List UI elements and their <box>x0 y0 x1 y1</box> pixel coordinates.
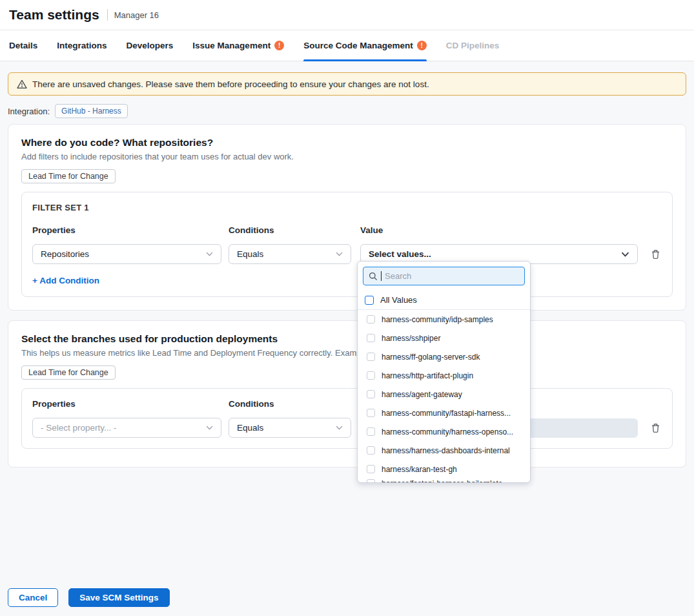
checkbox-icon[interactable] <box>367 390 375 398</box>
footer-actions: Cancel Save SCM Settings <box>8 588 170 607</box>
title-divider <box>107 9 108 21</box>
chevron-down-icon <box>336 426 343 430</box>
filter-set-label: FILTER SET 1 <box>32 203 662 212</box>
chevron-down-icon <box>206 426 213 430</box>
cancel-button[interactable]: Cancel <box>8 588 58 607</box>
filter-row: - Select property... - Equals <box>32 418 662 438</box>
warning-badge-icon: ! <box>417 41 427 50</box>
repo-option[interactable]: harness-community/harness-openso... <box>358 422 530 441</box>
search-icon <box>369 272 378 281</box>
branches-card-title: Select the branches used for production … <box>21 333 673 345</box>
search-placeholder: Search <box>385 271 411 281</box>
dropdown-search-wrap: Search <box>358 262 530 291</box>
warning-triangle-icon <box>17 79 27 89</box>
integration-chip[interactable]: GitHub - Harness <box>55 104 128 118</box>
checkbox-icon[interactable] <box>367 427 375 436</box>
condition-select[interactable]: Equals <box>229 418 351 438</box>
property-select[interactable]: - Select property... - <box>32 418 221 438</box>
checkbox-icon[interactable] <box>367 446 375 455</box>
properties-label: Properties <box>32 399 221 409</box>
checkbox-icon[interactable] <box>365 296 374 305</box>
repositories-card: Where do you code? What repositories? Ad… <box>8 124 686 311</box>
filter-set-1-box: FILTER SET 1 Properties Conditions Value… <box>21 192 673 297</box>
repo-option[interactable]: harness-community/fastapi-harness... <box>358 404 530 422</box>
all-values-option[interactable]: All Values <box>358 291 530 310</box>
repositories-card-subtitle: Add filters to include repositories that… <box>21 151 673 162</box>
trash-icon <box>651 423 660 433</box>
integration-row: Integration: GitHub - Harness <box>8 104 686 118</box>
filter-row: Repositories Equals Select values... <box>32 244 662 264</box>
repo-option-clipped[interactable]: harness/fastapi-harness-boilerplate <box>358 478 530 483</box>
page-title: Team settings <box>9 7 99 23</box>
content-area: There are unsaved changes. Please save t… <box>0 61 694 467</box>
property-select[interactable]: Repositories <box>32 244 221 264</box>
dropdown-search-input[interactable]: Search <box>363 267 525 285</box>
conditions-label: Conditions <box>229 399 351 409</box>
team-name-label: Manager 16 <box>114 10 159 20</box>
delete-filter-button[interactable] <box>649 422 661 434</box>
values-dropdown-panel: Search All Values harness-community/idp-… <box>357 261 531 483</box>
trash-icon <box>651 249 660 260</box>
team-settings-page: Team settings Manager 16 Details Integra… <box>0 0 694 616</box>
chevron-down-icon <box>621 252 629 257</box>
checkbox-icon[interactable] <box>367 353 375 361</box>
chevron-down-icon <box>206 252 213 256</box>
lead-time-badge: Lead Time for Change <box>21 365 116 380</box>
checkbox-icon[interactable] <box>367 465 375 473</box>
tab-issue-management[interactable]: Issue Management ! <box>192 30 284 61</box>
filter-column-labels: Properties Conditions Value <box>32 225 662 235</box>
save-scm-settings-button[interactable]: Save SCM Settings <box>68 588 169 607</box>
tab-details[interactable]: Details <box>9 30 37 61</box>
repo-option[interactable]: harness/agent-gateway <box>358 385 530 404</box>
repositories-card-title: Where do you code? What repositories? <box>21 136 673 149</box>
add-condition-link[interactable]: + Add Condition <box>32 276 99 285</box>
properties-label: Properties <box>32 225 221 235</box>
value-label: Value <box>360 225 638 235</box>
conditions-label: Conditions <box>229 225 351 235</box>
repo-option[interactable]: harness/ff-golang-server-sdk <box>358 347 530 366</box>
banner-text: There are unsaved changes. Please save t… <box>32 79 429 89</box>
warning-badge-icon: ! <box>274 41 284 50</box>
condition-select[interactable]: Equals <box>229 244 351 264</box>
tab-source-code-management[interactable]: Source Code Management ! <box>303 30 427 61</box>
checkbox-icon[interactable] <box>367 315 375 323</box>
delete-filter-button[interactable] <box>649 249 661 260</box>
repo-option[interactable]: harness/http-artifact-plugin <box>358 366 530 385</box>
settings-tab-bar: Details Integrations Developers Issue Ma… <box>0 30 694 61</box>
branches-filter-box: Properties Conditions - Select property.… <box>21 388 673 449</box>
checkbox-icon[interactable] <box>367 409 375 417</box>
page-header: Team settings Manager 16 <box>0 0 694 30</box>
checkbox-icon[interactable] <box>367 334 375 342</box>
repo-option[interactable]: harness/karan-test-gh <box>358 460 530 478</box>
branches-card-subtitle: This helps us measure metrics like Lead … <box>21 347 673 358</box>
repo-option[interactable]: harness/sshpiper <box>358 329 530 347</box>
integration-label: Integration: <box>8 107 50 116</box>
tab-integrations[interactable]: Integrations <box>57 30 107 61</box>
unsaved-changes-banner: There are unsaved changes. Please save t… <box>8 72 686 96</box>
checkbox-icon[interactable] <box>367 479 375 483</box>
chevron-down-icon <box>336 252 343 256</box>
repo-option[interactable]: harness/harness-dashboards-internal <box>358 441 530 460</box>
text-cursor <box>381 271 382 281</box>
tab-cd-pipelines: CD Pipelines <box>446 30 500 61</box>
repo-option[interactable]: harness-community/idp-samples <box>358 310 530 329</box>
branches-card: Select the branches used for production … <box>8 320 686 467</box>
tab-developers[interactable]: Developers <box>127 30 174 61</box>
checkbox-icon[interactable] <box>367 371 375 380</box>
lead-time-badge: Lead Time for Change <box>21 169 116 183</box>
filter-column-labels: Properties Conditions <box>32 399 662 409</box>
